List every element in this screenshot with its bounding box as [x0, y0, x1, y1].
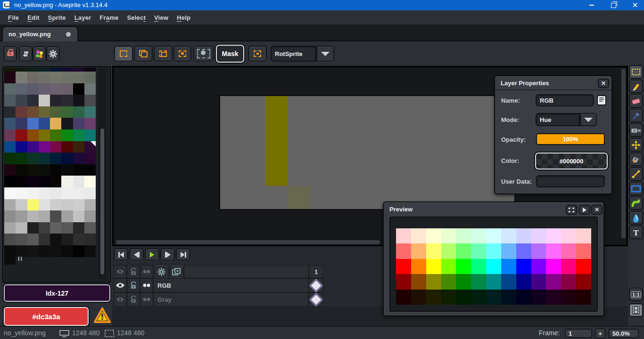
palette-swatch[interactable]: [39, 164, 50, 176]
palette-swatch[interactable]: [4, 106, 16, 118]
palette-swatch[interactable]: [73, 68, 84, 72]
palette-swatch[interactable]: [39, 222, 50, 234]
palette-swatch[interactable]: [16, 83, 27, 95]
palette-swatch[interactable]: [61, 129, 73, 141]
palette-swatch[interactable]: [4, 95, 16, 106]
palette-swatch[interactable]: [61, 72, 73, 83]
palette-swatch[interactable]: [84, 72, 96, 83]
layer-rgb-lock-toggle[interactable]: [127, 278, 140, 292]
timeline-toggle-button[interactable]: [629, 303, 643, 317]
palette-swatch[interactable]: [61, 234, 73, 245]
palette-swatch[interactable]: [84, 83, 96, 95]
layer-gray-name-cell[interactable]: Gray: [153, 292, 309, 307]
palette-swatch[interactable]: [61, 153, 73, 164]
palette-swatch[interactable]: [84, 245, 96, 257]
palette-swatch[interactable]: [39, 68, 50, 72]
palette-swatch[interactable]: [27, 83, 39, 95]
palette-swatch[interactable]: [73, 187, 84, 199]
palette-swatch[interactable]: [4, 199, 16, 211]
palette-swatch[interactable]: [73, 222, 84, 234]
menu-edit[interactable]: Edit: [23, 12, 43, 23]
palette-swatch[interactable]: [27, 187, 39, 199]
palette-swatch[interactable]: [50, 234, 61, 245]
palette-swatch[interactable]: [39, 245, 50, 257]
palette-swatch[interactable]: [50, 199, 61, 211]
palette-swatch[interactable]: [27, 222, 39, 234]
contour-tool[interactable]: [629, 196, 643, 210]
palette-swatch[interactable]: [84, 106, 96, 118]
palette-swatch[interactable]: [50, 118, 61, 129]
palette-swatch[interactable]: [39, 210, 50, 222]
rectangular-marquee-tool[interactable]: [629, 65, 643, 79]
palette-swatch[interactable]: [16, 95, 27, 106]
play-button[interactable]: [145, 248, 159, 261]
palette-scrollbar[interactable]: [98, 68, 106, 279]
palette-swatch[interactable]: [16, 222, 27, 234]
layer-gray-lock-toggle[interactable]: [127, 292, 140, 307]
layer-rgb-visibility-toggle[interactable]: [114, 278, 127, 292]
rectangle-tool[interactable]: [629, 182, 643, 195]
palette-swatch[interactable]: [50, 153, 61, 164]
workspace-hscrollbar[interactable]: [116, 240, 380, 244]
selection-intersect-button[interactable]: [173, 46, 191, 62]
palette-swatch[interactable]: [4, 245, 16, 257]
palette-swatch[interactable]: [73, 234, 84, 245]
palette-swatch[interactable]: [16, 153, 27, 164]
palette-swatch[interactable]: [73, 210, 84, 222]
palette-swatch[interactable]: [16, 68, 27, 72]
preview-play-button[interactable]: [579, 205, 590, 215]
palette-swatch[interactable]: [27, 72, 39, 83]
palette-swatch[interactable]: [61, 187, 73, 199]
line-tool[interactable]: [629, 167, 643, 181]
palette-swatch[interactable]: [4, 129, 16, 141]
palette-swatch[interactable]: [4, 83, 16, 95]
palette-swatch[interactable]: [27, 245, 39, 257]
palette-swatch[interactable]: [39, 95, 50, 106]
close-button[interactable]: ✕: [624, 0, 644, 10]
layer-gray-visibility-toggle[interactable]: [114, 292, 127, 307]
menu-view[interactable]: View: [150, 12, 173, 23]
blend-mode-dropdown-button[interactable]: [580, 113, 597, 126]
palette-swatch[interactable]: [16, 118, 27, 129]
palette-swatch[interactable]: [4, 118, 16, 129]
palette-swatch[interactable]: [73, 95, 84, 106]
palette-swatch[interactable]: [50, 176, 61, 187]
palette-swatch[interactable]: [73, 141, 84, 153]
workspace-vscrollbar[interactable]: [621, 69, 626, 238]
palette-swatch[interactable]: [16, 106, 27, 118]
palette-swatch[interactable]: [16, 199, 27, 211]
header-eye-toggle[interactable]: [114, 265, 127, 278]
palette-swatch[interactable]: [50, 129, 61, 141]
palette-grid[interactable]: [4, 68, 96, 265]
palette-swatch[interactable]: [4, 187, 16, 199]
pencil-tool[interactable]: [629, 80, 643, 93]
palette-swatch[interactable]: [73, 118, 84, 129]
zoom-tool[interactable]: [629, 123, 643, 137]
palette-swatch[interactable]: [27, 106, 39, 118]
menu-sprite[interactable]: Sprite: [44, 12, 70, 23]
palette-swatch[interactable]: [27, 210, 39, 222]
palette-swatch[interactable]: [39, 199, 50, 211]
dialog-close-button[interactable]: ✕: [598, 79, 609, 88]
foreground-color-button[interactable]: #dc3a3a: [3, 306, 90, 327]
menu-layer[interactable]: Layer: [70, 12, 96, 23]
palette-scrollbar-thumb[interactable]: [100, 129, 104, 274]
palette-swatch[interactable]: [73, 199, 84, 211]
palette-swatch[interactable]: [27, 129, 39, 141]
palette-swatch[interactable]: [61, 118, 73, 129]
palette-swatch[interactable]: [39, 141, 50, 153]
palette-swatch[interactable]: [84, 118, 96, 129]
palette-lock-button[interactable]: [3, 46, 17, 62]
palette-swatch[interactable]: [84, 199, 96, 211]
palette-swatch[interactable]: [16, 187, 27, 199]
palette-swatch[interactable]: [27, 234, 39, 245]
previous-frame-button[interactable]: [129, 248, 144, 261]
user-data-toggle-button[interactable]: [597, 95, 606, 105]
maximize-button[interactable]: [603, 0, 624, 10]
palette-swatch[interactable]: [4, 222, 16, 234]
palette-swatch[interactable]: [16, 72, 27, 83]
layer-rgb-cel[interactable]: [309, 278, 323, 292]
palette-swatch[interactable]: [27, 141, 39, 153]
rotation-algorithm-dropdown-button[interactable]: [316, 46, 334, 62]
palette-swatch[interactable]: [73, 106, 84, 118]
